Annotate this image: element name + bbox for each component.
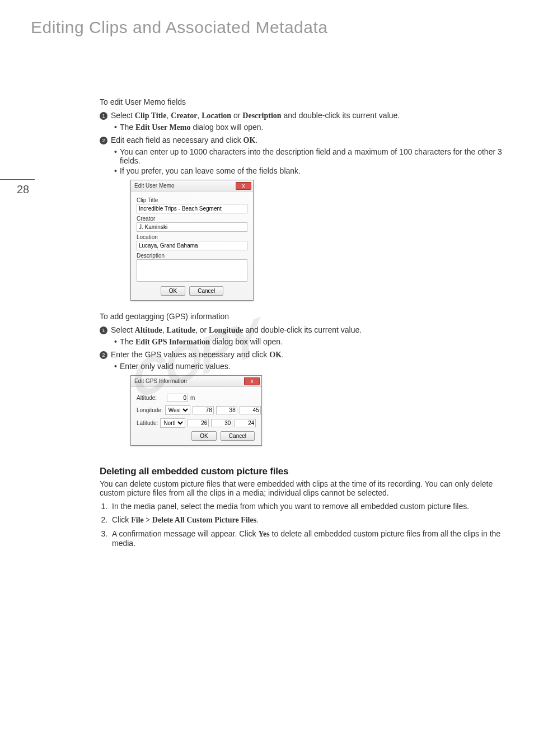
s2-step2: 2 Enter the GPS values as necessary and … — [100, 350, 517, 360]
bold: File — [131, 516, 144, 524]
edit-user-memo-dialog: Edit User Memo x Clip Title Creator Loca… — [130, 180, 254, 301]
longitude-label: Longitude: — [137, 407, 163, 413]
list-item: The Edit GPS Information dialog box will… — [114, 337, 517, 347]
txt: , or — [195, 325, 209, 334]
longitude-direction-select[interactable]: West — [165, 405, 190, 415]
bold: Location — [202, 111, 231, 120]
s2-step1: 1 Select Altitude, Latitude, or Longitud… — [100, 325, 517, 335]
step-marker-1: 1 — [100, 326, 107, 334]
close-button[interactable]: x — [244, 377, 260, 385]
step-marker-2: 2 — [100, 137, 107, 144]
latitude-deg-input[interactable] — [188, 419, 209, 427]
s2-step2-body: Enter the GPS values as necessary and cl… — [111, 350, 517, 360]
edit-gps-dialog: Edit GPS Information x Altitude: m Longi… — [130, 375, 262, 446]
bold: Creator — [171, 111, 197, 120]
ok-button[interactable]: OK — [161, 286, 185, 296]
s3-heading: Deleting all embedded custom picture fil… — [100, 466, 517, 477]
altitude-input[interactable] — [167, 394, 188, 402]
cancel-button[interactable]: Cancel — [221, 431, 255, 441]
bold: > — [144, 516, 152, 524]
bold: Edit User Memo — [135, 123, 191, 132]
bold: Edit GPS Information — [135, 338, 210, 346]
clip-title-label: Clip Title — [137, 197, 247, 203]
s3-para: You can delete custom picture files that… — [100, 479, 517, 497]
longitude-min-input[interactable] — [216, 406, 237, 414]
txt: A confirmation message will appear. Clic… — [112, 529, 258, 538]
s1-step1-bullets: The Edit User Memo dialog box will open. — [114, 123, 517, 132]
location-input[interactable] — [137, 241, 247, 250]
s3-list: In the media panel, select the media fro… — [100, 502, 517, 548]
page-number: 28 — [0, 179, 35, 199]
txt: and double-click its current value. — [282, 111, 400, 120]
s1-step2-body: Edit each field as necessary and click O… — [111, 136, 517, 145]
s1-step2: 2 Edit each field as necessary and click… — [100, 136, 517, 145]
txt: Click — [112, 515, 131, 524]
latitude-sec-input[interactable] — [235, 419, 256, 427]
bold: OK — [243, 136, 256, 144]
dialog-body: Clip Title Creator Location Description … — [131, 192, 253, 300]
dialog-title: Edit User Memo — [134, 183, 175, 189]
txt: Edit each field as necessary and click — [111, 136, 243, 144]
description-textarea[interactable] — [137, 259, 247, 282]
bold: Longitude — [209, 326, 243, 334]
cancel-button[interactable]: Cancel — [189, 286, 223, 296]
txt: The — [120, 337, 135, 346]
page-title: Editing Clips and Associated Metadata — [0, 0, 534, 41]
bold: OK — [269, 351, 282, 359]
main-content: To edit User Memo fields 1 Select Clip T… — [100, 41, 517, 548]
creator-label: Creator — [137, 216, 247, 222]
txt: dialog box will open. — [210, 337, 283, 346]
s1-step1-body: Select Clip Title, Creator, Location or … — [111, 111, 517, 120]
latitude-min-input[interactable] — [211, 419, 232, 427]
txt: . — [282, 350, 284, 359]
txt: Enter the GPS values as necessary and cl… — [111, 350, 269, 359]
list-item: Enter only valid numeric values. — [114, 362, 517, 371]
list-item: In the media panel, select the media fro… — [110, 502, 517, 511]
clip-title-input[interactable] — [137, 204, 247, 213]
longitude-row: Longitude: West — [137, 405, 256, 415]
bold: Clip Title — [135, 111, 167, 120]
bold: Altitude — [135, 326, 162, 334]
list-item: You can enter up to 1000 characters into… — [114, 147, 517, 165]
bold: Description — [242, 111, 281, 120]
step-marker-1: 1 — [100, 112, 107, 120]
txt: The — [120, 123, 135, 132]
txt: Select — [111, 325, 135, 334]
bold: Delete All Custom Picture Files — [152, 516, 256, 524]
txt: dialog box will open. — [191, 123, 264, 132]
dialog-body: Altitude: m Longitude: West Latitude: No… — [131, 387, 261, 445]
dialog-title: Edit GPS Information — [134, 378, 187, 384]
dialog-button-row: OK Cancel — [137, 431, 256, 441]
txt: . — [255, 136, 257, 144]
close-button[interactable]: x — [236, 182, 251, 190]
txt: or — [231, 111, 242, 120]
dialog-titlebar: Edit GPS Information x — [131, 376, 261, 387]
location-label: Location — [137, 234, 247, 240]
altitude-unit: m — [190, 395, 195, 401]
list-item: Click File > Delete All Custom Picture F… — [110, 515, 517, 525]
txt: . — [256, 515, 259, 524]
txt: Select — [111, 111, 135, 120]
bold: Latitude — [167, 326, 195, 334]
dialog-button-row: OK Cancel — [137, 286, 247, 296]
s2-step2-bullets: Enter only valid numeric values. — [114, 362, 517, 371]
bold: Yes — [258, 530, 269, 538]
list-item: A confirmation message will appear. Clic… — [110, 529, 517, 548]
step-marker-2: 2 — [100, 351, 107, 359]
longitude-sec-input[interactable] — [240, 406, 261, 414]
s1-step1: 1 Select Clip Title, Creator, Location o… — [100, 111, 517, 120]
txt: , — [162, 325, 167, 334]
s2-step1-body: Select Altitude, Latitude, or Longitude … — [111, 325, 517, 335]
s2-heading: To add geotagging (GPS) information — [100, 312, 517, 321]
s1-heading: To edit User Memo fields — [100, 97, 517, 106]
creator-input[interactable] — [137, 222, 247, 232]
altitude-row: Altitude: m — [137, 394, 256, 402]
latitude-label: Latitude: — [137, 420, 158, 426]
latitude-row: Latitude: North — [137, 418, 256, 428]
s2-step1-bullets: The Edit GPS Information dialog box will… — [114, 337, 517, 347]
ok-button[interactable]: OK — [191, 431, 216, 441]
longitude-deg-input[interactable] — [193, 406, 214, 414]
latitude-direction-select[interactable]: North — [160, 418, 185, 428]
list-item: The Edit User Memo dialog box will open. — [114, 123, 517, 132]
altitude-label: Altitude: — [137, 395, 165, 401]
